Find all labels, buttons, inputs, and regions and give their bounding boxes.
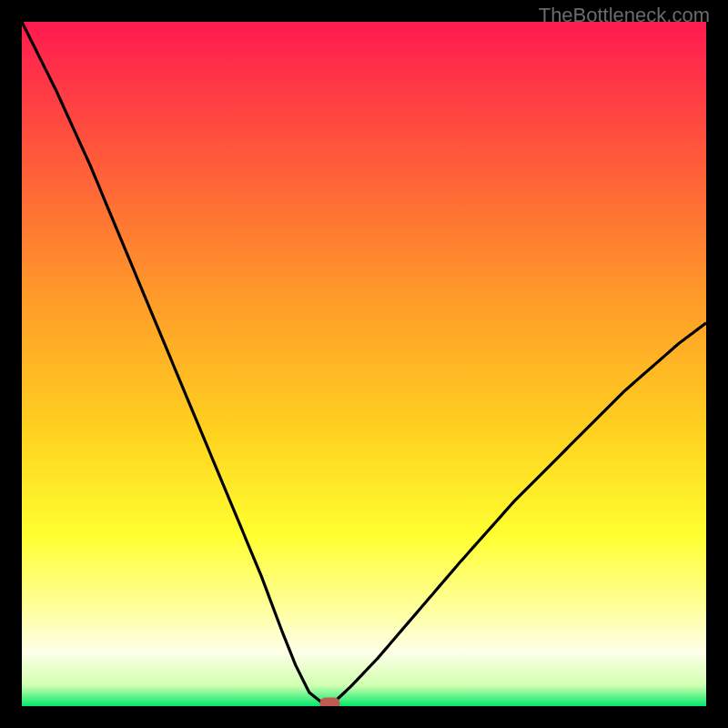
- plot-area: [22, 22, 706, 706]
- watermark-text: TheBottleneck.com: [539, 4, 710, 27]
- optimal-point-marker: [319, 698, 339, 707]
- gradient-background: [22, 22, 706, 706]
- chart-svg: [22, 22, 706, 706]
- bottleneck-chart: TheBottleneck.com: [0, 0, 728, 728]
